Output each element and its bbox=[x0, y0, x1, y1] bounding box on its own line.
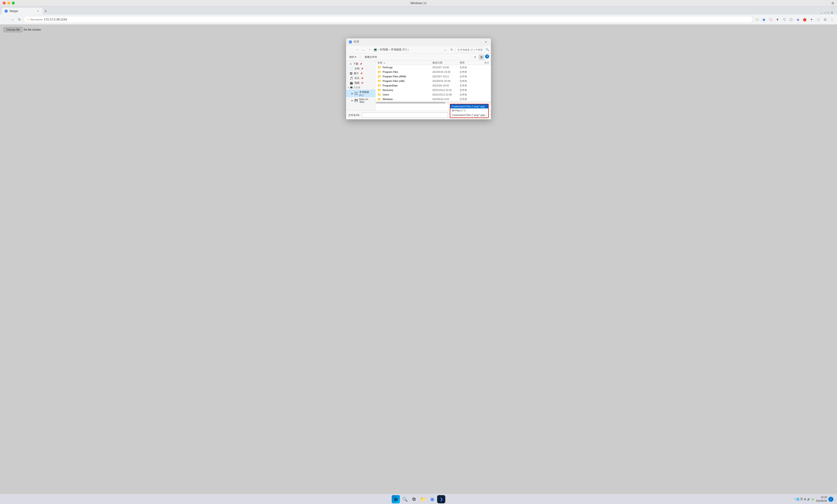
pin-icon: 📌 bbox=[360, 63, 362, 65]
hscrollbar-thumb[interactable] bbox=[376, 102, 445, 104]
folder-icon: 📁 bbox=[377, 88, 381, 92]
bookmark-icon[interactable]: ☆ bbox=[754, 16, 760, 23]
filename-input[interactable] bbox=[362, 112, 448, 117]
url-bar[interactable]: ⚠ Not secure 172.17.0.36:1234 bbox=[24, 16, 753, 23]
sidebar-label-pictures: 图片 bbox=[354, 72, 359, 75]
table-row[interactable]: 📁Recovery 2022/10/12 22:02 文件夹 bbox=[376, 88, 491, 92]
horizontal-scrollbar[interactable] bbox=[376, 101, 491, 104]
help-button[interactable]: ? bbox=[485, 54, 489, 58]
table-row[interactable]: 📁PerfLogs 2022/5/7 16:00 文件夹 bbox=[376, 65, 491, 70]
display-icon[interactable]: 🖥 bbox=[804, 498, 806, 501]
volume-icon[interactable]: 🔊 bbox=[807, 498, 811, 501]
chrome-icon[interactable]: ◉ bbox=[761, 16, 767, 23]
mac-base-icon: 💾 bbox=[354, 99, 358, 102]
back-button[interactable]: ← bbox=[2, 16, 8, 23]
breadcrumb-this-pc[interactable]: 此电脑 bbox=[380, 48, 388, 52]
table-row[interactable]: 📁ProgramData 2023/3/6 18:02 文件夹 bbox=[376, 83, 491, 88]
sidebar-item-documents[interactable]: 📄 文档 📌 bbox=[346, 66, 375, 71]
sidebar-item-videos[interactable]: 🎬 视频 📌 bbox=[346, 80, 375, 85]
ext-icon-3[interactable]: ▽ bbox=[781, 16, 787, 23]
ext-icon-1[interactable]: ⬡ bbox=[767, 16, 774, 23]
terminal-button[interactable]: ❯ bbox=[437, 495, 445, 503]
reload-button[interactable]: ↻ bbox=[16, 16, 23, 23]
not-secure-label: Not secure bbox=[31, 18, 42, 21]
menu-button[interactable]: ⋮ bbox=[829, 16, 835, 23]
taskbar-clock[interactable]: 16:33 2023/6/30 bbox=[816, 496, 827, 503]
minimize-browser-icon[interactable]: ─ bbox=[824, 11, 826, 15]
ext-icon-9[interactable]: ⊡ bbox=[822, 16, 829, 23]
new-folder-button[interactable]: 新建文件夹 bbox=[363, 55, 378, 59]
ext-icon-5[interactable]: ◈ bbox=[795, 16, 801, 23]
search-icon: 🔍 bbox=[486, 48, 489, 51]
dialog-refresh-button[interactable]: ↻ bbox=[449, 47, 455, 52]
ext-icon-4[interactable]: ⬡ bbox=[788, 16, 794, 23]
filetype-select-box[interactable]: Customised Files (*.png;*.jpg) All Files… bbox=[450, 112, 489, 118]
lang-indicator[interactable]: 英 bbox=[800, 497, 803, 501]
tab-close-button[interactable]: × bbox=[36, 9, 40, 13]
close-button[interactable] bbox=[3, 2, 6, 4]
col-date[interactable]: 修改日期 bbox=[432, 61, 460, 64]
file-date: 2023/5/24 9:43 bbox=[432, 98, 460, 100]
dialog-breadcrumb-dropdown[interactable]: ⌄ bbox=[443, 47, 448, 52]
filetype-option-custom[interactable]: Customised Files (*.png;*.jpg) bbox=[450, 104, 488, 108]
settings-icon[interactable]: ⚙ bbox=[831, 1, 834, 5]
pin-icon-3: 📌 bbox=[360, 72, 363, 75]
col-type[interactable]: 类型 bbox=[460, 61, 476, 64]
ext-icon-6[interactable]: ⬤ bbox=[802, 16, 808, 23]
sidebar-label-music: 音乐 bbox=[354, 76, 359, 80]
sidebar-group-thispc[interactable]: ▾ 💻 此电脑 bbox=[346, 85, 375, 90]
ext-icon-7[interactable]: ✦ bbox=[808, 16, 815, 23]
taskview-button[interactable]: ⧉ bbox=[410, 495, 418, 503]
network-icon[interactable]: 🌐 bbox=[796, 498, 800, 501]
sidebar-item-mac-base[interactable]: ▶ 💾 base on 'Mac' bbox=[346, 97, 375, 104]
new-tab-button[interactable]: + bbox=[43, 8, 49, 15]
sidebar-item-local-disk[interactable]: ▶ 💽 本地磁盘 (C:) bbox=[346, 90, 375, 97]
tab-title: filetype bbox=[10, 10, 18, 13]
dialog-forward-button[interactable]: → bbox=[354, 47, 360, 52]
table-row[interactable]: 📁Windows 2023/5/24 9:43 文件夹 bbox=[376, 97, 491, 101]
ext-icon-2[interactable]: ▼ bbox=[774, 16, 781, 23]
filetype-select-current[interactable]: Customised Files (*.png;*.jpg) ⌄ bbox=[450, 112, 488, 117]
filetype-option-all[interactable]: All Files (*.*) bbox=[450, 108, 488, 112]
table-row[interactable]: 📁Program Files (x86) 2023/5/24 16:05 文件夹 bbox=[376, 79, 491, 83]
dialog-up-button[interactable]: ↑ bbox=[367, 47, 372, 52]
notification-button[interactable]: i bbox=[829, 497, 833, 502]
explorer-button[interactable]: 📁 bbox=[419, 495, 427, 503]
tab-bar: f filetype × + ⌄ ─ □ ✕ bbox=[0, 6, 837, 15]
tray-expand[interactable]: ^ bbox=[794, 498, 796, 501]
dialog-dropdown-button[interactable]: ⌄ bbox=[361, 47, 366, 52]
sidebar-item-music[interactable]: 🎵 音乐 📌 bbox=[346, 76, 375, 80]
forward-button[interactable]: → bbox=[9, 16, 15, 23]
sidebar-item-downloads[interactable]: ⬇ 下载 📌 bbox=[346, 61, 375, 66]
browser-tab[interactable]: f filetype × bbox=[2, 8, 43, 15]
maximize-button[interactable] bbox=[12, 2, 15, 4]
breadcrumb-local-disk[interactable]: 本地磁盘 (C:) bbox=[391, 48, 407, 52]
file-type: 文件夹 bbox=[460, 93, 476, 96]
close-browser-icon[interactable]: ✕ bbox=[831, 11, 833, 15]
grid-view-button[interactable]: ⊞ bbox=[479, 54, 484, 60]
table-row[interactable]: 📁Program Files 2023/5/16 16:46 文件夹 bbox=[376, 70, 491, 74]
tab-dropdown-icon[interactable]: ⌄ bbox=[820, 11, 822, 14]
organize-button[interactable]: 组织 ▾ bbox=[348, 55, 358, 59]
dialog-close-button[interactable]: × bbox=[484, 40, 488, 44]
chrome-taskbar-button[interactable]: ◉ bbox=[428, 495, 436, 503]
dialog-search-input[interactable] bbox=[455, 47, 485, 52]
table-row[interactable]: 📁Users 2022/10/12 22:08 文件夹 bbox=[376, 92, 491, 97]
toolbar-separator bbox=[360, 55, 361, 59]
sidebar-item-pictures[interactable]: 🖼 图片 📌 bbox=[346, 71, 375, 76]
col-name[interactable]: 名称 ▲ bbox=[377, 61, 432, 64]
ext-icon-8[interactable]: □ bbox=[815, 16, 822, 23]
search-button[interactable]: 🔍 bbox=[401, 495, 409, 503]
file-name-text: Recovery bbox=[382, 89, 393, 91]
breadcrumb-sep-1: › bbox=[389, 48, 390, 51]
music-icon: 🎵 bbox=[350, 77, 353, 80]
list-view-button[interactable]: ≡ bbox=[472, 54, 478, 60]
start-button[interactable]: ⊞ bbox=[392, 495, 400, 503]
table-row[interactable]: 📁Program Files (ARM) 2022/5/7 19:11 文件夹 bbox=[376, 74, 491, 79]
battery-icon[interactable]: 🔋 bbox=[811, 498, 815, 501]
col-size[interactable]: 大小 bbox=[476, 61, 489, 64]
filetype-select[interactable]: Customised Files (*.png;*.jpg) All Files… bbox=[450, 112, 489, 118]
dialog-back-button[interactable]: ← bbox=[348, 47, 353, 52]
minimize-button[interactable] bbox=[7, 2, 10, 4]
restore-browser-icon[interactable]: □ bbox=[827, 11, 829, 15]
